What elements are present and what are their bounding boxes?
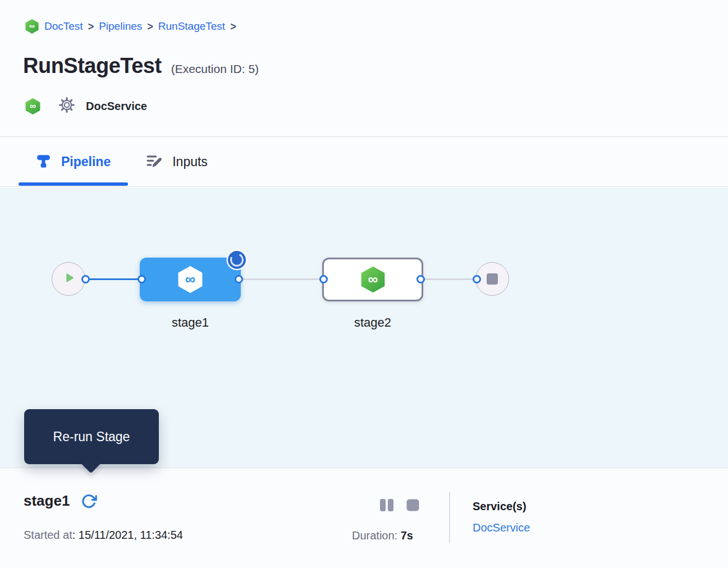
- connector-dot: [319, 275, 328, 283]
- page-title: RunStageTest: [23, 54, 162, 78]
- tab-pipeline[interactable]: Pipeline: [35, 153, 111, 171]
- stage-details-footer: stage1 Started at: 15/11/2021, 11:34:54: [0, 468, 728, 568]
- footer-divider-line: [0, 468, 728, 468]
- pipeline-canvas: ∞ ∞ stage1 stage2: [0, 187, 728, 468]
- pipeline-start-node: [52, 262, 85, 296]
- footer-vertical-divider: [449, 492, 450, 543]
- connector-dot: [473, 275, 481, 283]
- connector-line: [238, 278, 324, 280]
- svg-text:∞: ∞: [30, 101, 36, 111]
- pipeline-execution-page: ∞ DocTest > Pipelines > RunStageTest > R…: [0, 0, 728, 568]
- tab-inputs-label: Inputs: [172, 154, 208, 170]
- svg-text:∞: ∞: [185, 271, 195, 287]
- harness-hexagon-icon: ∞: [25, 19, 39, 34]
- service-row: ∞: [25, 97, 147, 116]
- started-at-value: : 15/11/2021, 11:34:54: [72, 529, 183, 541]
- breadcrumb-separator: >: [147, 20, 153, 33]
- stop-square-icon: [487, 273, 498, 285]
- rerun-stage-button[interactable]: [81, 493, 97, 509]
- svg-text:∞: ∞: [29, 21, 35, 30]
- started-at-label: Started at: [24, 529, 72, 541]
- rerun-stage-tooltip: Re-run Stage: [24, 409, 159, 464]
- started-at-row: Started at: 15/11/2021, 11:34:54: [24, 529, 183, 542]
- breadcrumb: ∞ DocTest > Pipelines > RunStageTest >: [25, 19, 236, 34]
- active-tab-underline: [19, 182, 128, 186]
- duration-row: Duration: 7s: [352, 529, 413, 542]
- running-spinner-icon: [228, 251, 246, 269]
- connector-dot: [138, 275, 146, 283]
- connector-line: [84, 278, 142, 280]
- play-icon: [61, 271, 76, 287]
- settings-gear-icon: [58, 97, 75, 116]
- breadcrumb-separator: >: [230, 20, 236, 33]
- connector-dot: [81, 275, 90, 283]
- stage1-label: stage1: [140, 315, 241, 330]
- stop-button[interactable]: [406, 499, 419, 511]
- pipeline-tab-icon: [35, 153, 52, 171]
- harness-hexagon-icon: ∞: [360, 265, 386, 294]
- breadcrumb-link-project[interactable]: DocTest: [44, 20, 83, 33]
- services-label: Service(s): [473, 500, 526, 513]
- title-row: RunStageTest (Execution ID: 5): [23, 54, 259, 78]
- tab-bar: Pipeline Inputs: [0, 138, 728, 187]
- tooltip-label: Re-run Stage: [53, 429, 130, 445]
- harness-hexagon-icon: ∞: [25, 98, 41, 115]
- connector-dot: [416, 275, 425, 283]
- tab-inputs[interactable]: Inputs: [146, 153, 208, 172]
- stage-node-stage1[interactable]: ∞: [140, 258, 241, 301]
- duration-value: 7s: [401, 529, 413, 542]
- page-header: ∞ DocTest > Pipelines > RunStageTest > R…: [0, 0, 728, 137]
- harness-hexagon-icon: ∞: [177, 265, 204, 294]
- service-link[interactable]: DocService: [473, 521, 530, 534]
- tab-pipeline-label: Pipeline: [61, 154, 111, 170]
- execution-controls: [379, 498, 419, 512]
- service-name: DocService: [86, 100, 147, 113]
- svg-text:∞: ∞: [368, 271, 378, 287]
- inputs-tab-icon: [146, 153, 163, 172]
- breadcrumb-link-pipeline-name[interactable]: RunStageTest: [158, 20, 225, 33]
- breadcrumb-separator: >: [88, 20, 94, 33]
- pause-button[interactable]: [379, 498, 394, 512]
- selected-stage-name: stage1: [24, 492, 70, 510]
- stage-node-stage2[interactable]: ∞: [322, 258, 423, 301]
- execution-id: (Execution ID: 5): [171, 62, 259, 76]
- duration-label: Duration:: [352, 529, 401, 542]
- breadcrumb-link-pipelines[interactable]: Pipelines: [99, 20, 142, 33]
- connector-dot: [235, 275, 243, 283]
- stage2-label: stage2: [322, 315, 423, 330]
- connector-line: [420, 278, 477, 280]
- stage-title-row: stage1: [24, 492, 97, 510]
